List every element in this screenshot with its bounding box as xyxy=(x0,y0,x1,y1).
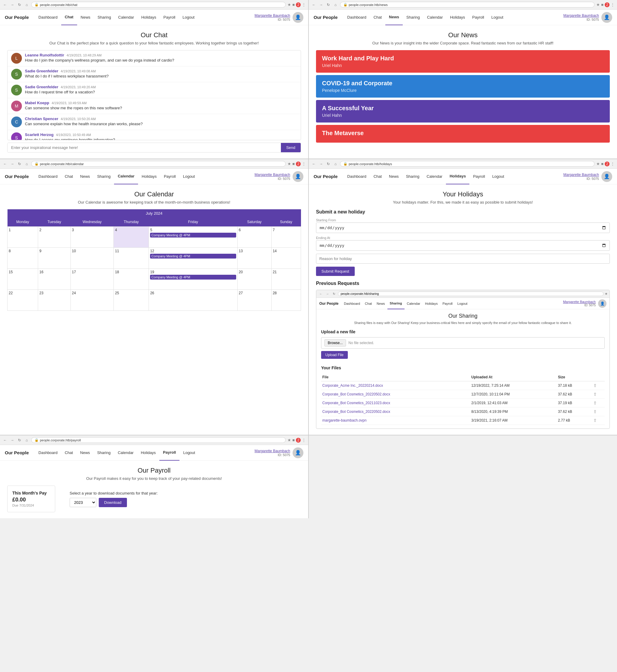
reload-btn[interactable]: ↻ xyxy=(17,161,22,167)
forward-btn[interactable]: → xyxy=(10,161,15,167)
chat-msg-user[interactable]: Scarlett Herzog xyxy=(25,132,53,137)
news-card[interactable]: COVID-19 and Corporate Penelope McClure xyxy=(316,75,610,98)
forward-btn[interactable]: → xyxy=(319,161,324,167)
reload-btn[interactable]: ↻ xyxy=(17,438,22,443)
chat-input[interactable] xyxy=(7,143,281,152)
file-link[interactable]: margarette-baumbach.ovpn xyxy=(322,418,366,423)
nav-payroll[interactable]: Payroll xyxy=(160,10,179,25)
home-btn[interactable]: ⌂ xyxy=(24,438,29,443)
reload-btn[interactable]: ↻ xyxy=(326,2,331,7)
menu-icon[interactable]: ⋮ xyxy=(302,2,306,7)
nav-holidays[interactable]: Holidays xyxy=(137,445,159,461)
nav-holidays[interactable]: Holidays xyxy=(446,169,469,184)
share-icon[interactable]: ⇧ xyxy=(593,400,597,405)
nav-logout[interactable]: Logout xyxy=(179,10,198,25)
forward-btn[interactable]: → xyxy=(10,438,15,443)
nav-news[interactable]: News xyxy=(76,169,93,184)
nav-logout[interactable]: Logout xyxy=(455,298,470,309)
nav-logout[interactable]: Logout xyxy=(180,169,199,184)
reload-btn[interactable]: ↻ xyxy=(331,291,337,297)
back-btn[interactable]: ← xyxy=(311,161,317,167)
share-icon[interactable]: ⇧ xyxy=(593,409,597,414)
share-icon[interactable]: ⇧ xyxy=(593,418,597,423)
nav-sharing[interactable]: Sharing xyxy=(94,10,115,25)
nav-news[interactable]: News xyxy=(385,169,402,184)
news-url-bar[interactable]: 🔒 people.corporate.htb/news xyxy=(340,2,595,7)
nav-payroll[interactable]: Payroll xyxy=(469,169,488,184)
home-btn[interactable]: ⌂ xyxy=(333,2,338,7)
nav-dashboard[interactable]: Dashboard xyxy=(344,169,370,184)
nav-dashboard[interactable]: Dashboard xyxy=(35,10,61,25)
nav-calendar[interactable]: Calendar xyxy=(423,10,446,25)
nav-dashboard[interactable]: Dashboard xyxy=(344,10,370,25)
menu-icon[interactable]: ⋮ xyxy=(302,438,306,442)
nav-news[interactable]: News xyxy=(76,445,93,461)
hol-start-input[interactable] xyxy=(316,222,610,233)
share-icon[interactable]: ⇧ xyxy=(593,392,597,397)
back-btn[interactable]: ← xyxy=(2,438,8,443)
chat-send-btn[interactable]: Send xyxy=(281,143,301,152)
nav-chat[interactable]: Chat xyxy=(61,10,77,25)
menu-icon[interactable]: ⋮ xyxy=(302,162,306,166)
nav-calendar[interactable]: Calendar xyxy=(115,10,138,25)
nav-sharing[interactable]: Sharing xyxy=(387,298,405,309)
file-link[interactable]: Corporate_Bot Cosmetics_20220502.docx xyxy=(322,392,390,396)
nav-chat[interactable]: Chat xyxy=(61,445,76,461)
chat-msg-user[interactable]: Sadie Greenfelder xyxy=(25,85,58,89)
back-btn[interactable]: ← xyxy=(318,291,324,297)
nav-sharing[interactable]: Sharing xyxy=(93,445,114,461)
nav-news[interactable]: News xyxy=(385,10,403,25)
news-card[interactable]: Work Hard and Play Hard Uriel Hahn xyxy=(316,50,610,73)
nav-news[interactable]: News xyxy=(77,10,94,25)
share-icon[interactable]: ⇧ xyxy=(593,383,597,388)
reload-btn[interactable]: ↻ xyxy=(17,2,22,7)
nav-calendar[interactable]: Calendar xyxy=(114,445,137,461)
nav-holidays[interactable]: Holidays xyxy=(423,298,440,309)
forward-btn[interactable]: → xyxy=(319,2,324,7)
nav-sharing[interactable]: Sharing xyxy=(403,10,423,25)
nav-calendar[interactable]: Calendar xyxy=(114,169,138,184)
menu-icon[interactable]: ⋮ xyxy=(611,2,615,7)
chat-msg-user[interactable]: Leanne Runolfsdottir xyxy=(25,53,64,57)
nav-chat[interactable]: Chat xyxy=(363,298,374,309)
back-btn[interactable]: ← xyxy=(2,2,8,7)
upload-file-btn[interactable]: Upload File xyxy=(321,351,348,359)
chat-msg-user[interactable]: Sadie Greenfelder xyxy=(25,69,58,73)
nav-dashboard[interactable]: Dashboard xyxy=(35,169,61,184)
nav-logout[interactable]: Logout xyxy=(488,10,507,25)
chat-msg-user[interactable]: Christian Spencer xyxy=(25,117,58,121)
browse-btn[interactable]: Browse... xyxy=(325,339,346,346)
reload-btn[interactable]: ↻ xyxy=(326,161,331,167)
hol-submit-btn[interactable]: Submit Request xyxy=(316,267,355,276)
hol-reason-input[interactable] xyxy=(316,254,610,264)
nav-chat[interactable]: Chat xyxy=(370,10,385,25)
hol-end-input[interactable] xyxy=(316,240,610,251)
back-btn[interactable]: ← xyxy=(2,161,8,167)
nav-payroll[interactable]: Payroll xyxy=(440,298,455,309)
nav-holidays[interactable]: Holidays xyxy=(138,10,160,25)
home-btn[interactable]: ⌂ xyxy=(333,161,338,167)
cal-url-bar[interactable]: 🔒 people.corporate.htb/calendar xyxy=(31,161,286,167)
nav-chat[interactable]: Chat xyxy=(61,169,76,184)
nav-calendar[interactable]: Calendar xyxy=(405,298,423,309)
download-btn[interactable]: Download xyxy=(99,498,127,507)
nav-payroll[interactable]: Payroll xyxy=(159,445,180,461)
nav-news[interactable]: News xyxy=(374,298,387,309)
nav-payroll[interactable]: Payroll xyxy=(160,169,180,184)
home-btn[interactable]: ⌂ xyxy=(24,2,29,7)
chat-msg-user[interactable]: Mabel Koepp xyxy=(25,101,49,105)
nav-dashboard[interactable]: Dashboard xyxy=(342,298,363,309)
nav-holidays[interactable]: Holidays xyxy=(446,10,469,25)
nav-calendar[interactable]: Calendar xyxy=(423,169,446,184)
nav-logout[interactable]: Logout xyxy=(180,445,199,461)
nav-sharing[interactable]: Sharing xyxy=(402,169,423,184)
file-link[interactable]: Corporate_Bot Cosmetics_20220502.docx xyxy=(322,409,390,414)
payroll-year-select[interactable]: 2023202420222021 xyxy=(70,498,96,507)
forward-btn[interactable]: → xyxy=(325,291,330,297)
forward-btn[interactable]: → xyxy=(10,2,15,7)
nav-chat[interactable]: Chat xyxy=(370,169,385,184)
nav-sharing[interactable]: Sharing xyxy=(93,169,114,184)
home-btn[interactable]: ⌂ xyxy=(24,161,29,167)
nav-payroll[interactable]: Payroll xyxy=(469,10,488,25)
nav-logout[interactable]: Logout xyxy=(488,169,508,184)
